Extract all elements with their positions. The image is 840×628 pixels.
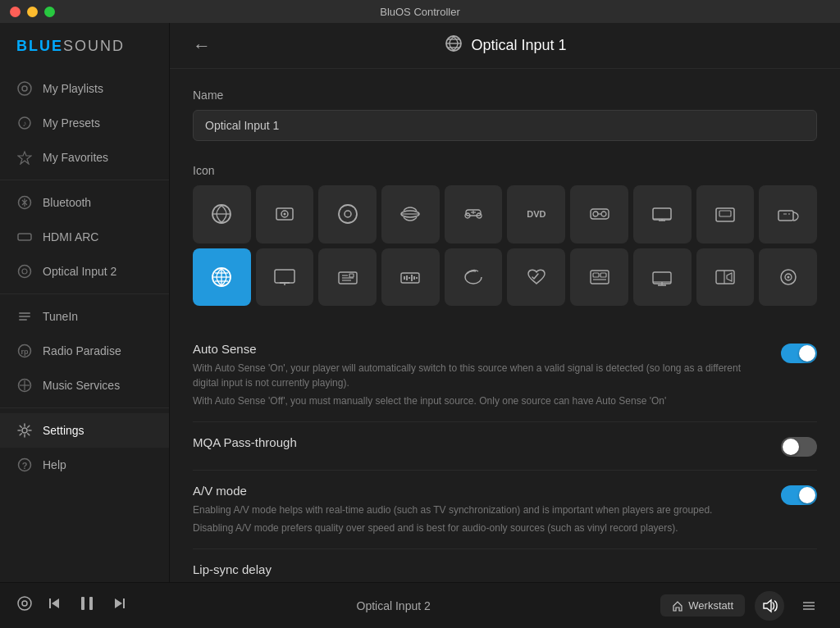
mqa-toggle[interactable] — [781, 437, 817, 457]
svg-point-0 — [18, 82, 31, 95]
icon-cell-13[interactable] — [381, 248, 440, 307]
bottom-bar: Optical Input 2 Werkstatt — [0, 582, 840, 628]
maximize-button[interactable] — [44, 7, 55, 17]
svg-rect-70 — [600, 273, 606, 277]
minimize-button[interactable] — [27, 7, 38, 17]
content-area: ← Optical Input 1 Nam — [170, 23, 840, 582]
room-button[interactable]: Werkstatt — [660, 594, 745, 617]
auto-sense-toggle[interactable] — [781, 344, 817, 363]
icon-cell-12[interactable] — [318, 248, 377, 307]
svg-rect-9 — [19, 312, 30, 314]
av-mode-desc2: Disabling A/V mode prefers quality over … — [193, 521, 765, 535]
av-mode-row: A/V mode Enabling A/V mode helps with re… — [193, 471, 817, 549]
radio-paradise-icon: rp — [16, 343, 33, 359]
prev-button[interactable] — [48, 596, 62, 615]
auto-sense-toggle-wrap — [781, 342, 817, 363]
sidebar-item-label: My Favorites — [43, 151, 108, 164]
sidebar-item-tunein[interactable]: TuneIn — [0, 299, 169, 334]
sidebar-item-label: Settings — [43, 424, 84, 437]
auto-sense-info: Auto Sense With Auto Sense 'On', your pl… — [193, 342, 781, 408]
sidebar-item-my-playlists[interactable]: My Playlists — [0, 71, 169, 106]
back-button[interactable]: ← — [193, 37, 211, 55]
sidebar-item-hdmi-arc[interactable]: HDMI ARC — [0, 220, 169, 254]
icon-cell-18[interactable] — [696, 248, 755, 307]
sidebar-item-optical-input-2[interactable]: Optical Input 2 — [0, 254, 169, 289]
icon-cell-14[interactable] — [445, 248, 503, 307]
svg-text:♪: ♪ — [23, 119, 27, 128]
icon-cell-15[interactable] — [507, 248, 565, 307]
sidebar-item-music-services[interactable]: Music Services — [0, 368, 169, 403]
sidebar-item-label: Bluetooth — [43, 196, 91, 209]
logo: BLUESOUND — [0, 23, 169, 66]
icon-cell-8[interactable] — [696, 185, 755, 243]
window-controls[interactable] — [10, 7, 55, 17]
icon-cell-1[interactable] — [256, 185, 314, 243]
av-mode-info: A/V mode Enabling A/V mode helps with re… — [193, 484, 781, 535]
svg-point-40 — [601, 212, 606, 216]
icon-cell-3[interactable] — [381, 185, 440, 243]
svg-rect-53 — [275, 270, 294, 283]
icon-cell-11[interactable] — [256, 248, 314, 307]
lip-sync-section: Lip-sync delay 50 ms — [193, 549, 817, 582]
toggle-thumb — [799, 345, 815, 362]
mqa-info: MQA Pass-through — [193, 435, 781, 454]
main-layout: BLUESOUND My Playlists ♪ — [0, 23, 840, 582]
svg-marker-4 — [18, 152, 31, 164]
icon-cell-0[interactable] — [193, 185, 251, 243]
icon-cell-10[interactable] — [193, 248, 251, 307]
sidebar-item-radio-paradise[interactable]: rp Radio Paradise — [0, 334, 169, 368]
sidebar-item-settings[interactable]: Settings — [0, 413, 169, 448]
svg-rect-69 — [593, 273, 599, 277]
sidebar-item-my-favorites[interactable]: My Favorites — [0, 140, 169, 175]
next-button[interactable] — [112, 596, 126, 615]
av-mode-toggle-wrap — [781, 484, 817, 505]
bluetooth-icon — [16, 194, 33, 211]
logo-text: BLUESOUND — [16, 38, 125, 55]
av-mode-desc1: Enabling A/V mode helps with real-time a… — [193, 503, 765, 517]
icon-cell-7[interactable] — [633, 185, 692, 243]
svg-rect-46 — [716, 208, 734, 221]
icon-grid: DVD — [193, 185, 817, 306]
icon-cell-17[interactable] — [633, 248, 692, 307]
svg-point-29 — [339, 205, 357, 223]
av-mode-toggle[interactable] — [781, 485, 817, 505]
icon-cell-6[interactable] — [570, 185, 628, 243]
volume-button[interactable] — [755, 591, 784, 621]
auto-sense-desc1: With Auto Sense 'On', your player will a… — [193, 361, 765, 390]
svg-marker-84 — [52, 598, 59, 608]
sidebar-item-help[interactable]: ? Help — [0, 448, 169, 482]
sidebar-item-bluetooth[interactable]: Bluetooth — [0, 185, 169, 220]
svg-marker-90 — [764, 600, 771, 612]
toggle-thumb — [783, 439, 799, 455]
sidebar-divider-2 — [0, 294, 169, 294]
icon-cell-16[interactable] — [570, 248, 628, 307]
room-label: Werkstatt — [688, 599, 733, 612]
sidebar-divider-3 — [0, 407, 169, 408]
icon-cell-5[interactable]: DVD — [507, 185, 565, 243]
sidebar-nav: My Playlists ♪ My Presets — [0, 66, 169, 487]
close-button[interactable] — [10, 7, 21, 17]
icon-cell-2[interactable] — [318, 185, 377, 243]
player-controls — [16, 594, 126, 618]
settings-icon — [16, 422, 33, 439]
svg-point-1 — [22, 86, 27, 91]
mqa-title: MQA Pass-through — [193, 435, 765, 449]
sidebar-item-my-presets[interactable]: ♪ My Presets — [0, 106, 169, 140]
icon-cell-9[interactable] — [759, 185, 817, 243]
icon-cell-4[interactable] — [445, 185, 503, 243]
optical-icon — [16, 263, 33, 280]
icon-cell-19[interactable] — [759, 248, 817, 307]
source-button[interactable] — [16, 595, 33, 616]
sidebar-item-label: Help — [43, 458, 66, 471]
svg-marker-78 — [727, 273, 732, 281]
sidebar-divider-1 — [0, 180, 169, 180]
svg-rect-47 — [719, 211, 731, 216]
svg-point-7 — [19, 266, 31, 278]
name-input[interactable] — [193, 110, 817, 141]
svg-text:?: ? — [22, 461, 28, 471]
name-section: Name — [193, 89, 817, 141]
menu-button[interactable] — [794, 591, 824, 621]
icon-section: Icon — [193, 164, 817, 306]
auto-sense-title: Auto Sense — [193, 342, 765, 356]
play-pause-button[interactable] — [77, 594, 97, 618]
